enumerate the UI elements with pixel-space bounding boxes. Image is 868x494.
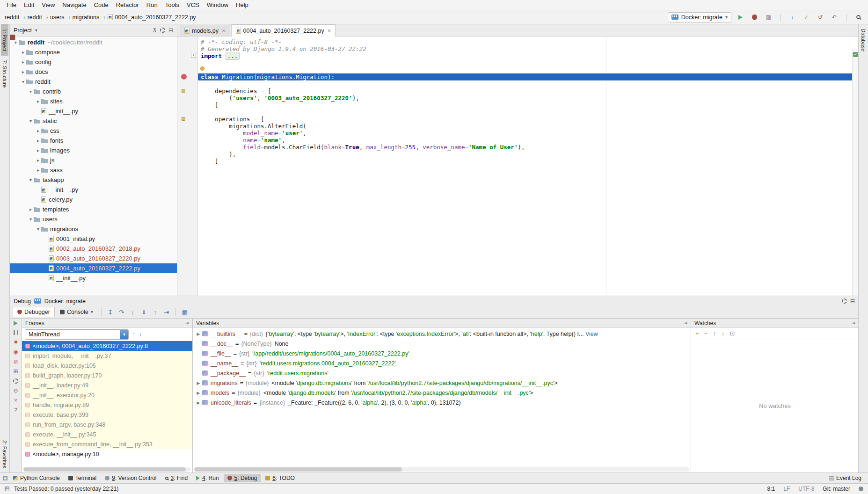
breadcrumb-item[interactable]: migrations › xyxy=(73,14,108,21)
stack-frame-row[interactable]: import_module, __init__.py:37 xyxy=(22,351,192,361)
menu-item[interactable]: VCS xyxy=(183,0,203,9)
stack-frame-row[interactable]: __init__, executor.py:20 xyxy=(22,390,192,400)
breakpoint-icon[interactable] xyxy=(181,74,187,80)
help-icon[interactable]: ? xyxy=(14,407,17,413)
gutter-attribute-icon[interactable] xyxy=(182,117,185,121)
tree-expand-arrow-icon[interactable]: ▸ xyxy=(35,158,41,163)
frames-scrollbar[interactable] xyxy=(23,467,191,472)
pin-icon[interactable]: ⊙ xyxy=(13,388,18,393)
force-step-into-icon[interactable]: ⇓ xyxy=(139,307,149,317)
tree-item[interactable]: ▸ config xyxy=(10,57,177,67)
stack-frame-row[interactable]: run_from_argv, base.py:348 xyxy=(22,420,192,429)
search-everywhere-button[interactable] xyxy=(853,12,863,22)
tree-item[interactable]: __init__.py xyxy=(10,273,177,283)
variable-row[interactable]: __package__ = {str} 'reddit.users.migrat… xyxy=(193,368,691,378)
tree-item[interactable]: celery.py xyxy=(10,195,177,204)
tab-console[interactable]: Console ▾ xyxy=(56,307,97,317)
expand-arrow-icon[interactable]: ▶ xyxy=(195,400,202,405)
stack-frame-row[interactable]: build_graph, loader.py:170 xyxy=(22,370,192,380)
remove-watch-icon[interactable]: − xyxy=(704,331,708,336)
show-execution-point-icon[interactable]: ↧ xyxy=(105,307,116,317)
code-line[interactable]: ] xyxy=(198,158,859,165)
tree-expand-arrow-icon[interactable]: ▾ xyxy=(28,118,34,124)
caret-position[interactable]: 8:1 xyxy=(767,486,775,492)
code-line[interactable]: dependencies = [ xyxy=(198,87,859,94)
back-button[interactable]: ↶ xyxy=(829,12,839,22)
editor-tab[interactable]: 0004_auto_20160327_2222.py × xyxy=(231,24,336,36)
tree-item[interactable]: ▾ reddit ~/cookiecutter/reddit xyxy=(10,37,177,47)
expand-arrow-icon[interactable]: ▶ xyxy=(195,381,202,385)
combo-dropdown-button[interactable]: ▾ xyxy=(120,330,128,339)
tree-item[interactable]: 0003_auto_20160327_2220.py xyxy=(10,254,177,263)
variable-row[interactable]: __name__ = {str} 'reddit.users.migration… xyxy=(193,358,691,368)
stop-icon[interactable]: ■ xyxy=(14,339,17,345)
step-into-icon[interactable]: ↓ xyxy=(128,307,138,317)
panel-menu-icon[interactable]: ⇥ xyxy=(185,321,189,326)
previous-frame-icon[interactable]: ↑ xyxy=(132,332,135,337)
stack-frame-row[interactable]: handle, migrate.py:89 xyxy=(22,400,192,410)
tool-window-button[interactable]: Terminal xyxy=(65,474,100,482)
tree-item[interactable]: __init__.py xyxy=(10,106,177,116)
code-line[interactable] xyxy=(198,80,859,87)
tree-item[interactable]: ▸ sites xyxy=(10,96,177,106)
tree-expand-arrow-icon[interactable]: ▸ xyxy=(35,128,41,133)
vcs-update-button[interactable]: ↓ xyxy=(787,12,797,22)
close-icon[interactable]: × xyxy=(222,27,226,34)
code-line[interactable]: ), xyxy=(198,151,859,158)
code-line[interactable] xyxy=(198,66,859,73)
resume-program-icon[interactable] xyxy=(14,321,18,326)
inspection-profile-icon[interactable] xyxy=(859,487,863,491)
tree-item[interactable]: 0002_auto_20160327_2018.py xyxy=(10,244,177,254)
tree-item[interactable]: ▸ sass xyxy=(10,165,177,175)
chevron-down-icon[interactable]: ▾ xyxy=(35,28,37,33)
code-line[interactable] xyxy=(198,109,859,116)
menu-item[interactable]: Window xyxy=(203,0,232,9)
variable-row[interactable]: ▶ models = {module} <module 'django.db.m… xyxy=(193,388,691,398)
tree-item[interactable]: __init__.py xyxy=(10,185,177,195)
tree-expand-arrow-icon[interactable]: ▸ xyxy=(20,69,26,74)
tree-item[interactable]: ▾ migrations xyxy=(10,224,177,234)
tree-item[interactable]: ▸ js xyxy=(10,155,177,165)
evaluate-expression-icon[interactable]: ▦ xyxy=(180,307,190,317)
tree-item[interactable]: ▸ images xyxy=(10,145,177,155)
tree-expand-arrow-icon[interactable]: ▸ xyxy=(35,148,41,153)
tree-item[interactable]: ▾ contrib xyxy=(10,87,177,96)
breadcrumb-item[interactable]: reddit › xyxy=(5,14,27,21)
intention-bulb-icon[interactable] xyxy=(200,66,204,71)
project-panel-title[interactable]: Project xyxy=(14,27,32,34)
editor-tab[interactable]: models.py × xyxy=(180,25,230,36)
tool-window-button[interactable]: 2: Favorites xyxy=(1,436,8,472)
tool-window-button[interactable]: 5: Debug xyxy=(224,474,261,482)
run-to-cursor-icon[interactable]: ⇥ xyxy=(161,307,172,317)
tree-expand-arrow-icon[interactable]: ▾ xyxy=(20,79,26,84)
vcs-branch-indicator[interactable]: Git: master xyxy=(823,486,850,492)
stack-frame-row[interactable]: <module>, 0004_auto_20160327_2222.py:8 xyxy=(22,341,192,351)
variable-row[interactable]: ▶ unicode_literals = {instance} _Feature… xyxy=(193,398,691,407)
tree-item[interactable]: ▾ static xyxy=(10,116,177,126)
vcs-commit-button[interactable]: ✓ xyxy=(801,12,811,22)
stack-frame-row[interactable]: execute, __init__.py:345 xyxy=(22,429,192,439)
tree-item[interactable]: ▾ users xyxy=(10,214,177,224)
menu-item[interactable]: View xyxy=(38,0,58,9)
tool-window-button[interactable]: 1: Project xyxy=(1,24,8,56)
tree-item[interactable]: 0001_initial.py xyxy=(10,234,177,244)
mute-breakpoints-icon[interactable]: ⊘ xyxy=(13,359,18,364)
code-line[interactable]: import ... xyxy=(198,52,859,59)
tool-window-button[interactable]: 7: Structure xyxy=(1,56,8,92)
view-breakpoints-icon[interactable]: ◉ xyxy=(13,349,18,355)
breadcrumb-item[interactable]: reddit › xyxy=(27,14,50,21)
step-over-icon[interactable]: ↷ xyxy=(117,307,127,317)
stack-frame-row[interactable]: execute, base.py:399 xyxy=(22,410,192,420)
breadcrumb-item[interactable]: users › xyxy=(50,14,73,21)
tree-item[interactable]: ▸ docs xyxy=(10,67,177,77)
code-line[interactable]: class Migration(migrations.Migration): xyxy=(198,73,859,80)
move-watch-up-icon[interactable]: ↑ xyxy=(713,331,716,336)
code-line[interactable]: # -*- coding: utf-8 -*- xyxy=(198,38,859,45)
tree-expand-arrow-icon[interactable]: ▸ xyxy=(20,59,26,65)
event-log-button[interactable]: Event Log xyxy=(825,474,865,482)
close-icon[interactable]: × xyxy=(14,398,17,403)
expand-arrow-icon[interactable]: ▶ xyxy=(195,332,202,336)
tree-expand-arrow-icon[interactable]: ▾ xyxy=(28,217,34,222)
code-line[interactable] xyxy=(198,59,859,66)
thread-selector[interactable]: MainThread ▾ xyxy=(25,329,129,340)
